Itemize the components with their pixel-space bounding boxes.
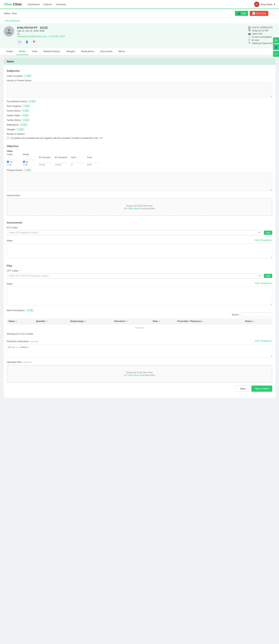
tab-documents[interactable]: Documents	[97, 48, 115, 55]
physical-exams-textarea[interactable]	[7, 172, 272, 191]
nav-schedule[interactable]: Schedule	[56, 3, 66, 6]
side-back-btn[interactable]: ↩	[273, 51, 279, 57]
side-chat-btn[interactable]: ✉	[273, 38, 279, 43]
past-surgeries-edit[interactable]: ✏ Edit	[22, 105, 30, 108]
height-cm-radio[interactable]	[7, 160, 9, 163]
calendar-icon[interactable]: 📅	[31, 39, 37, 44]
tab-intake[interactable]: Intake	[4, 48, 15, 55]
pulse-label: Pulse	[87, 156, 100, 158]
weight-lb-radio[interactable]	[23, 163, 25, 166]
visit-info: 🏥 Visit ID: 1005021225 📅 Today 02:10 PM …	[248, 26, 275, 45]
height-in-label[interactable]: in	[7, 163, 20, 166]
weight-lb-label[interactable]: lb	[23, 163, 36, 166]
weight-input[interactable]	[23, 156, 36, 160]
past-medical-edit[interactable]: ✏ Edit	[28, 100, 36, 103]
tab-medications[interactable]: Medications	[79, 48, 97, 55]
vitals-label: Vitals	[7, 150, 272, 152]
calendar-small-icon: 📅	[248, 29, 251, 32]
plan-notes-header: Notes Note Templates ▾	[7, 281, 272, 286]
bp-systolic-field: BP (Systolic) mmHg	[39, 156, 52, 166]
bp-diastolic-input[interactable]	[55, 159, 68, 163]
search-label: Search:	[232, 314, 239, 316]
spo2-input[interactable]	[71, 159, 84, 163]
tab-allergies[interactable]: Allergies	[63, 48, 78, 55]
allergies-edit[interactable]: ✏ Edit	[16, 128, 24, 131]
assessment-title: Assessment	[7, 221, 272, 224]
height-unit-group: cm in	[7, 160, 20, 166]
assessment-notes-textarea[interactable]	[7, 244, 272, 258]
family-history-edit[interactable]: ✏ Edit	[22, 119, 30, 122]
cpt-codes-label: CPT Codes *	[7, 270, 272, 272]
uploaded-files-dropzone[interactable]: Drag and Drop files here Or Click Here t…	[7, 365, 272, 382]
sort-status[interactable]: ⇅	[253, 320, 254, 322]
tab-notes[interactable]: Notes	[16, 48, 28, 55]
upload-browse-link[interactable]: Click Here	[128, 374, 139, 376]
weight-kg-radio[interactable]	[23, 160, 25, 163]
browse-link[interactable]: Click Here	[128, 207, 139, 210]
plan-care-label: Plan/Care Instructions (optional)	[7, 340, 38, 343]
plan-care-note-templates[interactable]: Note Templates ▾	[255, 340, 273, 342]
bp-systolic-input[interactable]	[39, 159, 52, 163]
tab-visits[interactable]: Visits	[29, 48, 40, 55]
patient-status-badge: Offline	[40, 26, 48, 29]
hpi-link[interactable]: HPI	[99, 137, 103, 140]
plan-note-templates[interactable]: Note Templates ▾	[255, 282, 273, 284]
tab-medical-history[interactable]: Medical History	[41, 48, 62, 55]
chat-icon[interactable]: 💬	[17, 39, 22, 44]
weight-kg-label[interactable]: kg	[23, 160, 36, 163]
nav-patients[interactable]: Patients	[43, 3, 52, 6]
visit-time: ⏱ 15 mins	[248, 39, 275, 42]
medications-edit[interactable]: ✏ Edit	[20, 123, 28, 126]
more-button[interactable]: ...	[270, 11, 275, 16]
patient-contact[interactable]: erikanpsych.pt@vseelab.com, +1-519-867-2…	[17, 35, 245, 38]
plan-notes-textarea[interactable]	[7, 287, 272, 305]
height-cm-label[interactable]: cm	[7, 160, 20, 163]
assessment-note-templates[interactable]: Note Templates ▾	[255, 239, 273, 242]
social-history-edit[interactable]: ✏ Edit	[21, 109, 29, 112]
sort-prescriber[interactable]: ⇅	[202, 320, 203, 322]
upload-browse-text: Or Click Here to browse files	[13, 374, 266, 376]
review-checkbox[interactable]	[7, 137, 9, 139]
physical-exams-edit[interactable]: ✏ Edit	[24, 169, 31, 172]
weight-unit-group: kg lb	[23, 160, 36, 166]
call-button[interactable]: 📹 Call	[235, 11, 248, 16]
history-textarea[interactable]	[7, 82, 272, 98]
cpt-select[interactable]: Select CPT, HCPCS Procedure Code(s)	[7, 273, 262, 278]
sort-quantity[interactable]: ⇅	[46, 320, 47, 322]
chief-complaint-edit[interactable]: ✏ Edit	[24, 74, 31, 77]
height-in-radio[interactable]	[7, 163, 9, 166]
icd-select[interactable]: Select ICD Diagnosis Code(s)	[7, 230, 262, 235]
subjective-title: Subjective	[7, 69, 272, 72]
back-link[interactable]: < All participants	[0, 18, 279, 24]
user-dropdown-icon: ▾	[274, 3, 275, 6]
icd-codes-label: ICD Codes	[7, 226, 272, 229]
pulse-input[interactable]	[87, 159, 100, 163]
health-habits-edit[interactable]: ✏ Edit	[21, 114, 29, 117]
nav-dashboard[interactable]: Dashboard	[28, 3, 40, 6]
user-menu[interactable]: AD Amy Davis ▾	[254, 2, 275, 7]
cpt-add-button[interactable]: Add	[264, 274, 272, 278]
icd-add-button[interactable]: Add	[264, 230, 272, 235]
sort-directions[interactable]: ⇅	[126, 320, 127, 322]
end-visit-button[interactable]: ⬜ End Visit	[250, 11, 268, 16]
height-input[interactable]	[7, 156, 20, 160]
visual-exams-label: Visual Exams	[7, 194, 272, 197]
sort-name[interactable]: ⇅	[15, 320, 17, 322]
user-add-icon[interactable]: 👤	[24, 39, 29, 44]
footer-buttons: Save Sign & Send	[7, 382, 272, 395]
sort-dispensings[interactable]: ⇅	[84, 320, 86, 322]
spo2-unit: %	[71, 164, 84, 166]
save-button[interactable]: Save	[236, 386, 250, 392]
plan-care-optional: (optional)	[30, 340, 38, 342]
side-user-btn[interactable]: 👤	[273, 44, 279, 50]
sort-date[interactable]: ⇅	[158, 320, 160, 322]
weight-label: Weight	[23, 153, 36, 156]
visual-exams-dropzone[interactable]: Drag and Drop files here Or Click Here t…	[7, 198, 272, 216]
uploaded-optional: (optional)	[23, 361, 31, 363]
prescriptions-edit[interactable]: ✏ Edit	[26, 309, 34, 312]
sign-send-button[interactable]: Sign & Send	[251, 386, 272, 392]
prescription-search[interactable]	[241, 312, 272, 317]
plan-care-textarea[interactable]	[7, 344, 272, 357]
visit-duration: 🕐 15-min Consultation	[248, 36, 275, 38]
tab-memo[interactable]: Memo	[116, 48, 128, 55]
